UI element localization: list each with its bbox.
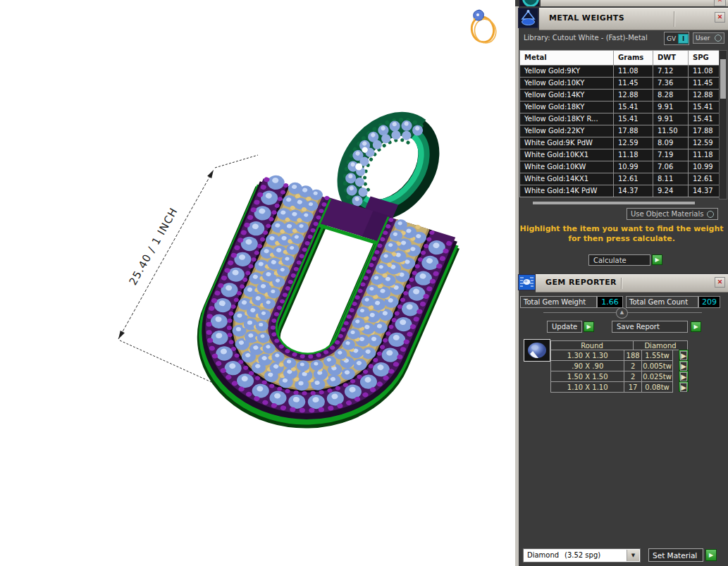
vscroll-thumb[interactable] bbox=[720, 59, 726, 99]
library-label: Library: Cutout White - (Fast)-Metal bbox=[524, 34, 648, 42]
collapsed-close-icon[interactable]: ✕ bbox=[714, 0, 726, 6]
ring-icon bbox=[469, 10, 499, 45]
library-row: Library: Cutout White - (Fast)-Metal GV … bbox=[515, 32, 728, 46]
dimension-label: 25.40 / 1 INCH bbox=[126, 205, 180, 287]
material-dropdown[interactable]: Diamond (3.52 spg) ▼ bbox=[523, 548, 641, 562]
pendant-render: 25.40 / 1 INCH bbox=[0, 0, 515, 566]
total-gem-weight-value: 1.66 bbox=[597, 296, 623, 308]
viewport-3d[interactable]: 25.40 / 1 INCH bbox=[0, 0, 515, 566]
pendant-u bbox=[181, 166, 458, 434]
update-button[interactable]: Update bbox=[547, 321, 582, 333]
hscroll-thumb[interactable] bbox=[533, 202, 695, 204]
gem-reporter-close-button[interactable]: ✕ bbox=[715, 277, 725, 288]
gem-reporter-title: GEM REPORTER bbox=[545, 278, 617, 287]
play-icon: ▶ bbox=[693, 324, 698, 330]
user-toggle[interactable]: User bbox=[693, 32, 724, 44]
metal-row[interactable]: White Gold:14K PdW14.379.2414.37 bbox=[520, 185, 719, 197]
metal-row[interactable]: Yellow Gold:10KY11.457.3611.45 bbox=[520, 77, 719, 89]
play-icon: ▶ bbox=[680, 372, 687, 381]
play-icon: ▶ bbox=[586, 324, 591, 330]
dimension-arrow-top bbox=[207, 170, 214, 178]
gem-table-header: Round Diamond bbox=[550, 340, 689, 350]
play-icon: ▶ bbox=[709, 552, 713, 558]
gem-row-go-button[interactable]: ▶ bbox=[679, 350, 689, 360]
gem-table: Round Diamond 1.30 X 1.301881.55tw ▶ .90… bbox=[550, 340, 689, 393]
metal-row[interactable]: Yellow Gold:18KY R...15.419.9115.41 bbox=[520, 113, 719, 125]
gem-row-go-button[interactable]: ▶ bbox=[679, 381, 689, 392]
play-icon: ▶ bbox=[680, 383, 687, 392]
total-gem-weight-label: Total Gem Weight bbox=[520, 296, 597, 308]
update-go-button[interactable]: ▶ bbox=[584, 321, 594, 332]
collapsed-panel-header[interactable]: ✕ bbox=[515, 0, 728, 6]
gv-indicator: I bbox=[678, 34, 689, 44]
metal-weights-close-button[interactable]: ✕ bbox=[715, 12, 725, 23]
set-material-button[interactable]: Set Material bbox=[648, 548, 703, 562]
metal-weights-table: Metal Grams DWT SPG Yellow Gold:9KY11.08… bbox=[519, 50, 720, 197]
metal-row[interactable]: White Gold:10KW10.997.0610.99 bbox=[520, 161, 719, 173]
metal-table-header: Metal Grams DWT SPG bbox=[520, 51, 719, 65]
gem-reporter-header[interactable]: GEM REPORTER ✕ bbox=[515, 274, 728, 297]
gv-toggle[interactable]: GV I bbox=[664, 32, 689, 45]
gem-row-go-button[interactable]: ▶ bbox=[679, 360, 689, 371]
gem-row[interactable]: 1.10 X 1.10170.08tw ▶ bbox=[550, 381, 689, 393]
app-window: 25.40 / 1 INCH bbox=[0, 0, 728, 566]
save-report-go-button[interactable]: ▶ bbox=[691, 321, 701, 332]
collapsed-panel-icon bbox=[519, 0, 539, 6]
save-report-button[interactable]: Save Report bbox=[612, 321, 688, 333]
metal-row[interactable]: Yellow Gold:14KY12.888.2812.88 bbox=[520, 89, 719, 101]
gem-report-icon bbox=[518, 274, 536, 290]
metal-table-vscrollbar[interactable] bbox=[719, 50, 727, 199]
collapse-button[interactable]: ▲ bbox=[616, 307, 628, 319]
gem-row[interactable]: 1.30 X 1.301881.55tw ▶ bbox=[550, 350, 689, 361]
dimension-arrow-bottom bbox=[118, 331, 125, 339]
metal-weights-title: METAL WEIGHTS bbox=[549, 13, 624, 23]
side-panel: ✕ METAL WEIGHTS ✕ Library: Cutout White … bbox=[515, 0, 728, 566]
scale-icon bbox=[518, 8, 538, 28]
calculate-hint: Highlight the item you want to find the … bbox=[515, 224, 728, 244]
dropdown-arrow-icon[interactable]: ▼ bbox=[627, 550, 639, 561]
gem-row-go-button[interactable]: ▶ bbox=[679, 371, 689, 381]
gem-row[interactable]: 1.50 X 1.5020.025tw ▶ bbox=[550, 371, 689, 382]
metal-row[interactable]: Yellow Gold:9KY11.087.1211.08 bbox=[520, 65, 719, 77]
gem-thumbnail[interactable] bbox=[524, 339, 550, 362]
set-material-go-button[interactable]: ▶ bbox=[705, 549, 717, 561]
play-icon: ▶ bbox=[655, 257, 659, 263]
calculate-go-button[interactable]: ▶ bbox=[652, 254, 662, 265]
gem-row[interactable]: .90 X .9020.005tw ▶ bbox=[550, 360, 689, 371]
metal-weights-header[interactable]: METAL WEIGHTS ✕ bbox=[515, 7, 728, 30]
metal-row[interactable]: White Gold:10KX111.187.1911.18 bbox=[520, 149, 719, 161]
metal-row[interactable]: Yellow Gold:18KY15.419.9115.41 bbox=[520, 101, 719, 113]
uom-radio-icon bbox=[707, 211, 714, 218]
calculate-button[interactable]: Calculate bbox=[588, 254, 650, 266]
play-icon: ▶ bbox=[680, 351, 687, 360]
use-object-materials-button[interactable]: Use Object Materials bbox=[627, 208, 718, 220]
total-gem-count-label: Total Gem Count bbox=[626, 296, 698, 308]
user-radio-icon bbox=[715, 35, 722, 42]
metal-row[interactable]: White Gold:9K PdW12.598.0912.59 bbox=[520, 137, 719, 149]
metal-table-hscrollbar[interactable] bbox=[529, 202, 705, 205]
metal-row[interactable]: White Gold:14KX112.618.1112.61 bbox=[520, 173, 719, 185]
play-icon: ▶ bbox=[680, 362, 687, 371]
metal-row[interactable]: Yellow Gold:22KY17.8811.5017.88 bbox=[520, 125, 719, 137]
total-gem-count-value: 209 bbox=[698, 296, 720, 308]
